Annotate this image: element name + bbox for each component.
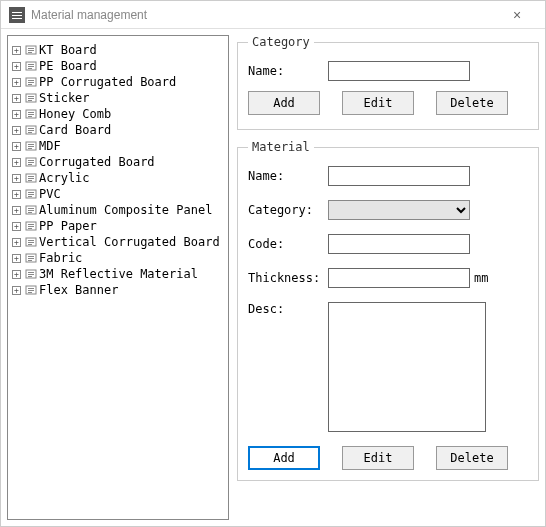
svg-rect-20 — [28, 112, 34, 113]
tree-item[interactable]: Vertical Corrugated Board — [12, 234, 224, 250]
close-icon[interactable]: × — [497, 7, 537, 23]
svg-rect-29 — [28, 146, 34, 147]
folder-icon — [25, 92, 37, 104]
svg-rect-28 — [28, 144, 34, 145]
expand-icon[interactable] — [12, 174, 21, 183]
svg-rect-18 — [28, 100, 32, 101]
tree-item[interactable]: Aluminum Composite Panel — [12, 202, 224, 218]
tree-item-label: Aluminum Composite Panel — [39, 203, 212, 217]
thickness-unit: mm — [474, 271, 488, 285]
expand-icon[interactable] — [12, 94, 21, 103]
expand-icon[interactable] — [12, 254, 21, 263]
tree-item-label: Flex Banner — [39, 283, 118, 297]
svg-rect-24 — [28, 128, 34, 129]
expand-icon[interactable] — [12, 142, 21, 151]
material-thickness-input[interactable] — [328, 268, 470, 288]
folder-icon — [25, 172, 37, 184]
tree-item[interactable]: Acrylic — [12, 170, 224, 186]
svg-rect-14 — [28, 84, 32, 85]
tree-item[interactable]: Corrugated Board — [12, 154, 224, 170]
material-code-input[interactable] — [328, 234, 470, 254]
tree-item[interactable]: MDF — [12, 138, 224, 154]
svg-rect-36 — [28, 176, 34, 177]
material-desc-input[interactable] — [328, 302, 486, 432]
svg-rect-1 — [12, 15, 22, 16]
folder-icon — [25, 60, 37, 72]
expand-icon[interactable] — [12, 190, 21, 199]
svg-rect-42 — [28, 196, 32, 197]
expand-icon[interactable] — [12, 62, 21, 71]
svg-rect-48 — [28, 224, 34, 225]
tree-item[interactable]: 3M Reflective Material — [12, 266, 224, 282]
tree-item[interactable]: Fabric — [12, 250, 224, 266]
tree-item-label: Vertical Corrugated Board — [39, 235, 220, 249]
tree-item[interactable]: Card Board — [12, 122, 224, 138]
svg-rect-65 — [28, 290, 34, 291]
expand-icon[interactable] — [12, 222, 21, 231]
folder-icon — [25, 44, 37, 56]
svg-rect-9 — [28, 66, 34, 67]
svg-rect-52 — [28, 240, 34, 241]
category-add-button[interactable]: Add — [248, 91, 320, 115]
material-edit-button[interactable]: Edit — [342, 446, 414, 470]
svg-rect-46 — [28, 212, 32, 213]
tree-item[interactable]: Honey Comb — [12, 106, 224, 122]
tree-item-label: MDF — [39, 139, 61, 153]
tree-item-label: Acrylic — [39, 171, 90, 185]
svg-rect-13 — [28, 82, 34, 83]
folder-icon — [25, 156, 37, 168]
svg-rect-33 — [28, 162, 34, 163]
tree-item-label: Corrugated Board — [39, 155, 155, 169]
expand-icon[interactable] — [12, 270, 21, 279]
tree-item-label: PE Board — [39, 59, 97, 73]
svg-rect-17 — [28, 98, 34, 99]
folder-icon — [25, 108, 37, 120]
tree-item[interactable]: PP Paper — [12, 218, 224, 234]
folder-icon — [25, 140, 37, 152]
material-delete-button[interactable]: Delete — [436, 446, 508, 470]
folder-icon — [25, 124, 37, 136]
tree-item[interactable]: Sticker — [12, 90, 224, 106]
expand-icon[interactable] — [12, 126, 21, 135]
material-code-label: Code: — [248, 237, 328, 251]
tree-item[interactable]: PVC — [12, 186, 224, 202]
svg-rect-62 — [28, 276, 32, 277]
svg-rect-0 — [12, 12, 22, 13]
tree-item-label: Sticker — [39, 91, 90, 105]
category-tree[interactable]: KT BoardPE BoardPP Corrugated BoardStick… — [7, 35, 229, 520]
svg-rect-2 — [12, 18, 22, 19]
tree-item[interactable]: KT Board — [12, 42, 224, 58]
material-category-label: Category: — [248, 203, 328, 217]
tree-item[interactable]: PE Board — [12, 58, 224, 74]
category-delete-button[interactable]: Delete — [436, 91, 508, 115]
svg-rect-57 — [28, 258, 34, 259]
content: KT BoardPE BoardPP Corrugated BoardStick… — [1, 29, 545, 526]
expand-icon[interactable] — [12, 46, 21, 55]
tree-item-label: PP Paper — [39, 219, 97, 233]
expand-icon[interactable] — [12, 78, 21, 87]
svg-rect-66 — [28, 292, 32, 293]
svg-rect-54 — [28, 244, 32, 245]
tree-item-label: Fabric — [39, 251, 82, 265]
svg-rect-50 — [28, 228, 32, 229]
svg-rect-44 — [28, 208, 34, 209]
svg-rect-64 — [28, 288, 34, 289]
svg-rect-49 — [28, 226, 34, 227]
window: Material management × KT BoardPE BoardPP… — [0, 0, 546, 527]
tree-item[interactable]: PP Corrugated Board — [12, 74, 224, 90]
expand-icon[interactable] — [12, 158, 21, 167]
material-name-input[interactable] — [328, 166, 470, 186]
folder-icon — [25, 76, 37, 88]
expand-icon[interactable] — [12, 110, 21, 119]
material-category-select[interactable] — [328, 200, 470, 220]
expand-icon[interactable] — [12, 238, 21, 247]
tree-item-label: PVC — [39, 187, 61, 201]
category-name-input[interactable] — [328, 61, 470, 81]
material-add-button[interactable]: Add — [248, 446, 320, 470]
expand-icon[interactable] — [12, 206, 21, 215]
svg-rect-21 — [28, 114, 34, 115]
tree-item[interactable]: Flex Banner — [12, 282, 224, 298]
expand-icon[interactable] — [12, 286, 21, 295]
folder-icon — [25, 236, 37, 248]
category-edit-button[interactable]: Edit — [342, 91, 414, 115]
